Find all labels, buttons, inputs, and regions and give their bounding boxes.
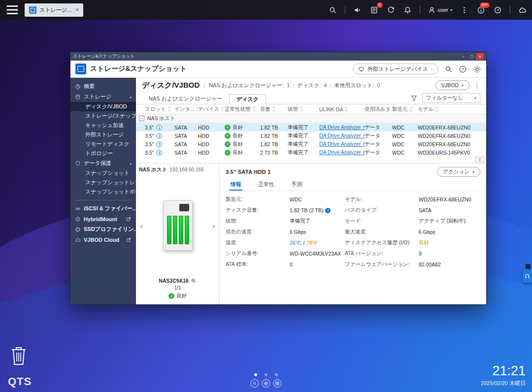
action-button[interactable]: アクション ▾ bbox=[437, 167, 480, 177]
close-button[interactable]: × bbox=[476, 53, 484, 60]
table-row[interactable]: 3.5"1 SATA HDD ✓良好 1.82 TB 準備完了 DA Drive… bbox=[136, 123, 486, 131]
capacity-cell: 1.82 TB bbox=[260, 125, 288, 131]
action-button-label: アクション bbox=[443, 168, 469, 175]
desktop-globe-button[interactable] bbox=[262, 379, 270, 388]
table-scroll-strip bbox=[136, 157, 486, 163]
carousel-prev-button[interactable]: ‹ bbox=[140, 222, 143, 230]
table-row[interactable]: 3.5"2 SATA HDD ✓良好 1.82 TB 準備完了 DA Drive… bbox=[136, 131, 486, 140]
help-button[interactable]: ? bbox=[459, 65, 467, 73]
recycle-bin-icon[interactable] bbox=[10, 345, 28, 366]
sidebar-item-cache-acceleration[interactable]: キャッシュ加速 bbox=[70, 121, 136, 130]
background-tasks-button[interactable] bbox=[386, 5, 396, 15]
ulink-da-link[interactable]: DA Drive Analyzer を... bbox=[319, 149, 365, 156]
more-options-icon[interactable]: ⋮ bbox=[474, 82, 480, 89]
sidebar-item-snapshot-vault[interactable]: スナップショットボールト bbox=[70, 187, 136, 196]
sidebar-item-hybridmount[interactable]: HybridMount bbox=[70, 214, 136, 224]
sidebar-item-external-storage[interactable]: 外部ストレージ bbox=[70, 130, 136, 139]
sidebar-item-remote-disk[interactable]: リモートディスク bbox=[70, 139, 136, 149]
column-header-status[interactable]: 状態 bbox=[288, 106, 319, 113]
sort-icon[interactable] bbox=[435, 106, 439, 112]
collapse-icon[interactable]: ▴ bbox=[130, 162, 132, 165]
myqnapcloud-button[interactable] bbox=[518, 5, 527, 15]
maximize-button[interactable]: □ bbox=[468, 53, 475, 60]
collapse-group-icon[interactable]: − bbox=[139, 116, 144, 121]
sidebar-item-vjbod-cloud[interactable]: VJBOD Cloud bbox=[70, 234, 136, 245]
taskbar-tab-storage[interactable]: ストレージ... × bbox=[25, 3, 83, 17]
filter-select-value: フィルターなし bbox=[426, 95, 463, 101]
sidebar-section-storage[interactable]: ストレージ ▴ bbox=[70, 92, 136, 102]
sidebar-item-snapshot[interactable]: スナップショット bbox=[70, 168, 136, 178]
user-menu[interactable]: user ▾ bbox=[428, 6, 452, 14]
filter-select[interactable]: フィルターなし ▾ bbox=[422, 93, 480, 103]
column-header-vendor[interactable]: 製造元 bbox=[392, 106, 418, 113]
minimize-button[interactable]: − bbox=[460, 53, 467, 60]
tab-information[interactable]: 情報 bbox=[230, 179, 242, 191]
column-header-ulink-da[interactable]: ULINK DA bbox=[319, 106, 365, 112]
global-search-button[interactable] bbox=[444, 65, 453, 73]
table-scroll-down-button[interactable] bbox=[475, 157, 485, 163]
system-info-button[interactable]: 10+ bbox=[476, 5, 486, 15]
desktop-search-button[interactable] bbox=[251, 379, 259, 388]
filter-icon[interactable] bbox=[410, 95, 418, 102]
vjbod-button[interactable]: VJBOD ▾ bbox=[435, 80, 469, 90]
sidebar-section-data-protection[interactable]: データ保護 ▴ bbox=[70, 158, 136, 168]
sidebar-item-disks-vjbod[interactable]: ディスク/VJBOD bbox=[70, 102, 136, 111]
sidebar-item-snapshot-replica[interactable]: スナップショットレプリカ bbox=[70, 178, 136, 187]
tab-health[interactable]: 正常性 bbox=[257, 179, 275, 191]
sort-icon[interactable] bbox=[344, 106, 348, 112]
column-header-usage[interactable]: 使用済みタ... bbox=[365, 106, 392, 113]
desktop-page-dot[interactable] bbox=[275, 373, 278, 376]
column-header-model[interactable]: モデル bbox=[418, 106, 486, 113]
carousel-next-button[interactable]: › bbox=[212, 222, 215, 230]
sort-icon[interactable] bbox=[167, 106, 171, 112]
table-row[interactable]: 3.5"3 SATA HDD ✓良好 1.82 TB 準備完了 DA Drive… bbox=[136, 140, 486, 148]
tab-nas-enclosure[interactable]: NAS およびエンクロージャー bbox=[142, 94, 229, 104]
column-header-device[interactable]: デバイス bbox=[198, 106, 225, 113]
more-options-button[interactable] bbox=[460, 5, 469, 15]
zoom-in-icon[interactable] bbox=[191, 278, 197, 284]
window-titlebar[interactable]: ストレージ&スナップショット − □ × bbox=[70, 52, 486, 61]
ulink-da-link[interactable]: DA Drive Analyzer を... bbox=[319, 132, 365, 139]
nas-device-image[interactable] bbox=[163, 200, 193, 251]
sort-icon[interactable] bbox=[221, 106, 225, 112]
desktop-grid-button[interactable] bbox=[273, 379, 282, 388]
sidebar-item-topology[interactable]: トポロジー bbox=[70, 149, 136, 158]
model-cell: WD20EFRX-68EUZN0 bbox=[418, 141, 486, 147]
desktop-page-dot[interactable] bbox=[265, 373, 267, 376]
tab-disks[interactable]: ディスク bbox=[229, 94, 266, 104]
sidebar-item-overview[interactable]: 概要 bbox=[70, 81, 136, 92]
slot-label: 3.5" bbox=[145, 125, 154, 131]
settings-button[interactable] bbox=[473, 65, 481, 73]
speaker-button[interactable] bbox=[353, 5, 362, 15]
ulink-da-link[interactable]: DA Drive Analyzer を... bbox=[319, 141, 365, 148]
sort-icon[interactable] bbox=[272, 106, 276, 112]
sidebar-item-iscsi-fibre[interactable]: iSCSI & ファイバー... bbox=[70, 203, 136, 214]
tab-close-icon[interactable]: × bbox=[75, 6, 79, 13]
interface-cell: SATA bbox=[174, 125, 198, 131]
ulink-da-link[interactable]: DA Drive Analyzer を... bbox=[319, 124, 365, 131]
desktop-page-dot[interactable] bbox=[254, 373, 257, 376]
sidebar-item-ssd-profiling[interactable]: SSDプロファイリン... bbox=[70, 224, 136, 234]
column-header-slot[interactable]: スロット bbox=[145, 106, 174, 113]
field-value: WD20EFRX-68EUZN0 bbox=[419, 196, 480, 202]
main-menu-button[interactable] bbox=[5, 3, 20, 17]
table-row[interactable]: 3.5"4 SATA HDD ✓良好 2.73 TB 準備完了 DA Drive… bbox=[136, 148, 486, 157]
collapse-icon[interactable]: ▴ bbox=[130, 95, 132, 99]
alerts-button[interactable] bbox=[403, 5, 412, 15]
sidebar-item-storage-snapshots[interactable]: ストレージ/スナップショ... bbox=[70, 111, 136, 121]
search-button[interactable] bbox=[328, 5, 337, 15]
tab-prediction[interactable]: 予測 bbox=[290, 179, 303, 191]
sort-icon[interactable] bbox=[409, 106, 413, 112]
field-label: 最大速度: bbox=[345, 229, 419, 235]
column-header-capacity[interactable]: 容量 bbox=[260, 106, 288, 113]
info-icon[interactable]: i bbox=[325, 208, 331, 213]
resource-monitor-button[interactable] bbox=[493, 5, 502, 15]
column-header-interface[interactable]: インタ... bbox=[174, 106, 198, 113]
floating-support-button[interactable] bbox=[523, 270, 532, 283]
sort-icon[interactable] bbox=[299, 106, 303, 112]
table-group-nas-host[interactable]: − NAS ホスト bbox=[136, 114, 486, 123]
column-header-health[interactable]: 正常性状態 bbox=[225, 106, 260, 113]
notifications-news-button[interactable]: 2 bbox=[369, 5, 379, 15]
external-storage-device-button[interactable]: 外部ストレージデバイス ▾ bbox=[353, 64, 438, 74]
sort-icon[interactable] bbox=[252, 106, 256, 112]
